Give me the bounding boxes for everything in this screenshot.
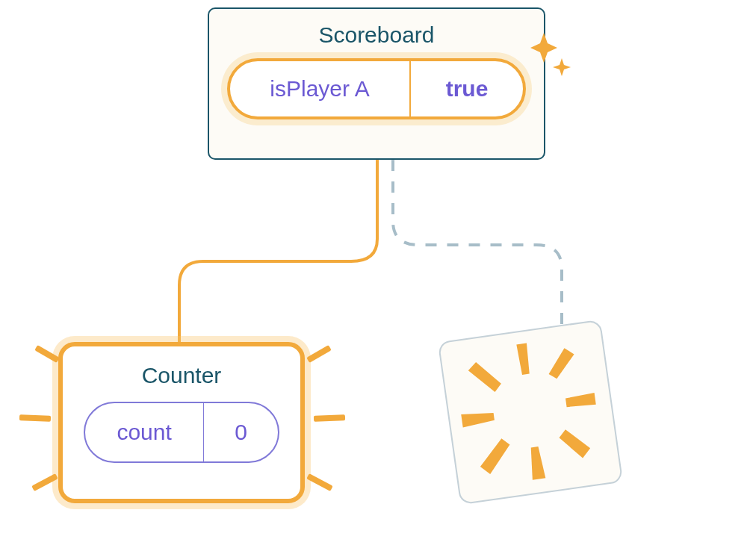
scoreboard-state-value: true: [411, 61, 523, 116]
counter-card: Counter count 0: [58, 342, 305, 503]
burst-rays-right: [306, 351, 359, 500]
svg-marker-2: [565, 393, 596, 408]
burst-icon: [439, 321, 622, 503]
svg-marker-4: [528, 447, 546, 480]
counter-state-value: 0: [204, 403, 278, 461]
scoreboard-state-label: isPlayer A: [230, 61, 411, 116]
scoreboard-card: Scoreboard isPlayer A true: [208, 7, 545, 160]
svg-marker-1: [545, 347, 577, 380]
placeholder-card: [438, 320, 623, 505]
scoreboard-state-pill: isPlayer A true: [227, 58, 526, 119]
svg-marker-7: [467, 359, 502, 396]
counter-state-label: count: [85, 403, 204, 461]
counter-state-pill: count 0: [84, 402, 279, 463]
sparkle-icon: [529, 33, 574, 85]
burst-rays-left: [9, 351, 61, 500]
diagram-canvas: Scoreboard isPlayer A true Counter count…: [0, 0, 753, 560]
scoreboard-title: Scoreboard: [227, 22, 526, 48]
svg-marker-6: [461, 410, 495, 428]
svg-marker-5: [477, 438, 513, 476]
svg-marker-3: [558, 426, 592, 461]
svg-marker-0: [516, 343, 530, 376]
counter-title: Counter: [84, 363, 279, 388]
